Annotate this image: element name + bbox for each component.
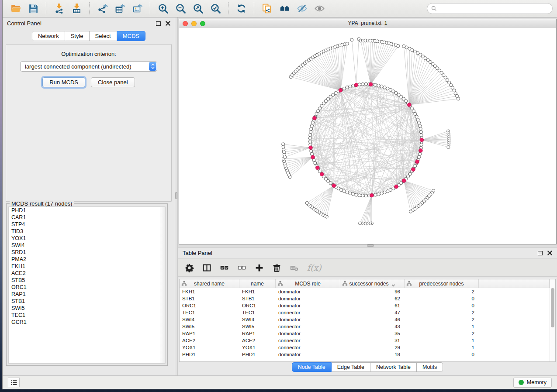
mcds-result-item[interactable]: PMA2 — [9, 256, 165, 263]
zoom-fit-button[interactable] — [189, 1, 207, 16]
destroy-table-button[interactable] — [290, 263, 299, 272]
mcds-result-item[interactable]: ACE2 — [9, 270, 165, 277]
close-panel-icon[interactable] — [166, 21, 170, 26]
table-row[interactable]: SWI5SWI5connector431 — [180, 323, 550, 330]
table-row[interactable]: TEC1TEC1connector472 — [180, 309, 550, 316]
table-row[interactable]: FKH1FKH1dominator962 — [180, 288, 550, 295]
add-column-button[interactable] — [255, 263, 264, 272]
table-row[interactable]: SWI4SWI4dominator462 — [180, 316, 550, 323]
mcds-result-item[interactable]: YOX1 — [9, 235, 165, 242]
cell-shared-name: FKH1 — [180, 289, 239, 294]
search-box[interactable] — [427, 3, 553, 14]
import-network-button[interactable] — [50, 1, 68, 16]
mcds-result-item[interactable]: FKH1 — [9, 263, 165, 270]
main-toolbar — [3, 0, 557, 17]
destroy-table-icon — [290, 263, 299, 272]
export-network-button[interactable] — [93, 1, 111, 16]
cell-predecessor-nodes: 0 — [405, 296, 479, 301]
minimize-window-icon[interactable] — [191, 21, 197, 26]
mcds-result-item[interactable]: RAP1 — [9, 291, 165, 298]
zoom-in-button[interactable] — [154, 1, 172, 16]
cell-successor-nodes: 47 — [340, 310, 405, 315]
mcds-result-item[interactable]: STB5 — [9, 277, 165, 284]
column-header-MCDS-role[interactable]: MCDS role — [276, 279, 340, 288]
apply-layout-button[interactable] — [232, 1, 250, 16]
import-network-icon — [54, 3, 65, 14]
table-row[interactable]: RAP1RAP1dominator352 — [180, 330, 550, 337]
maximize-window-icon[interactable] — [200, 21, 205, 26]
select-all-checkboxes-button[interactable] — [220, 263, 229, 272]
close-window-icon[interactable] — [183, 21, 188, 26]
table-settings-button[interactable] — [185, 263, 194, 272]
column-header-successor-nodes[interactable]: successor nodes — [340, 279, 405, 288]
open-file-button[interactable] — [7, 1, 24, 16]
tab-select[interactable]: Select — [90, 31, 117, 41]
save-session-button[interactable] — [24, 1, 42, 16]
memory-button[interactable]: Memory — [513, 378, 552, 388]
tab-network-table[interactable]: Network Table — [370, 362, 417, 372]
column-header-name[interactable]: name — [239, 279, 276, 288]
mcds-result-item[interactable]: ORC1 — [9, 284, 165, 291]
search-input[interactable] — [439, 5, 548, 12]
float-table-panel-icon[interactable] — [538, 251, 543, 255]
zoom-out-button[interactable] — [172, 1, 189, 16]
tab-motifs[interactable]: Motifs — [417, 362, 443, 372]
tab-mcds[interactable]: MCDS — [117, 31, 145, 41]
export-image-button[interactable] — [128, 1, 146, 16]
table-row[interactable]: ACE2ACE2connector311 — [180, 337, 550, 344]
mcds-result-item[interactable]: GCR1 — [9, 319, 165, 326]
toggle-panel-columns-button[interactable] — [202, 263, 211, 272]
shared-column-icon — [406, 281, 412, 286]
mcds-result-item[interactable]: TID3 — [9, 228, 165, 235]
unselect-all-checkboxes-button[interactable] — [237, 263, 246, 272]
cell-shared-name: PHD1 — [180, 352, 239, 357]
mcds-result-item[interactable]: SWI5 — [9, 305, 165, 312]
cell-MCDS-role: dominator — [276, 331, 340, 336]
mcds-result-item[interactable]: SWI4 — [9, 242, 165, 249]
export-table-button[interactable] — [111, 1, 128, 16]
vertical-splitter[interactable] — [175, 17, 178, 375]
mcds-result-item[interactable]: SRD1 — [9, 249, 165, 256]
first-neighbors-button[interactable] — [276, 1, 293, 16]
table-row[interactable]: PHD1PHD1dominator180 — [180, 351, 550, 358]
mcds-result-list[interactable]: PHD1CAR1STP4TID3YOX1SWI4SRD1PMA2FKH1ACE2… — [8, 206, 166, 364]
mcds-result-item[interactable]: CAR1 — [9, 214, 165, 221]
hide-selected-icon — [297, 3, 308, 14]
tab-node-table[interactable]: Node Table — [292, 362, 332, 372]
close-table-panel-icon[interactable] — [547, 251, 552, 255]
table-row[interactable]: STB1STB1dominator620 — [180, 295, 550, 302]
network-canvas[interactable] — [179, 28, 556, 244]
cell-successor-nodes: 43 — [340, 324, 405, 329]
hide-selected-button[interactable] — [293, 1, 311, 16]
table-row[interactable]: YOX1YOX1connector291 — [180, 344, 550, 351]
table-row[interactable]: ORC1ORC1dominator610 — [180, 302, 550, 309]
column-header-predecessor-nodes[interactable]: predecessor nodes — [405, 279, 479, 288]
zoom-selected-button[interactable] — [207, 1, 224, 16]
mcds-result-item[interactable]: TEC1 — [9, 312, 165, 319]
task-history-button[interactable] — [8, 378, 20, 387]
run-mcds-button[interactable]: Run MCDS — [42, 77, 85, 87]
tab-edge-table[interactable]: Edge Table — [332, 362, 370, 372]
cell-predecessor-nodes: 1 — [405, 338, 479, 343]
vertical-splitter-handle[interactable] — [175, 192, 177, 199]
desktop-background: Control Panel NetworkStyleSelectMCDS Opt… — [0, 0, 557, 392]
show-all-button[interactable] — [311, 1, 328, 16]
function-builder-button[interactable]: f(x) — [307, 263, 322, 272]
table-scrollbar[interactable] — [550, 279, 555, 361]
import-table-button[interactable] — [68, 1, 85, 16]
mcds-result-item[interactable]: STB1 — [9, 298, 165, 305]
mcds-result-item[interactable]: STP4 — [9, 221, 165, 228]
toggle-panel-columns-icon — [202, 263, 211, 272]
tab-network[interactable]: Network — [32, 31, 65, 41]
optimization-criterion-select[interactable]: largest connected component (undirected) — [20, 61, 157, 72]
tab-style[interactable]: Style — [65, 31, 90, 41]
copy-network-button[interactable] — [258, 1, 276, 16]
mcds-list-scrollbar[interactable] — [160, 207, 165, 363]
float-panel-icon[interactable] — [156, 21, 161, 26]
column-header-shared-name[interactable]: shared name — [180, 279, 239, 288]
mcds-result-item[interactable]: PHD1 — [9, 207, 165, 214]
table-scrollbar-thumb[interactable] — [551, 288, 554, 327]
horizontal-splitter-handle[interactable] — [367, 244, 374, 247]
close-panel-button[interactable]: Close panel — [91, 77, 135, 87]
delete-columns-button[interactable] — [272, 263, 281, 272]
